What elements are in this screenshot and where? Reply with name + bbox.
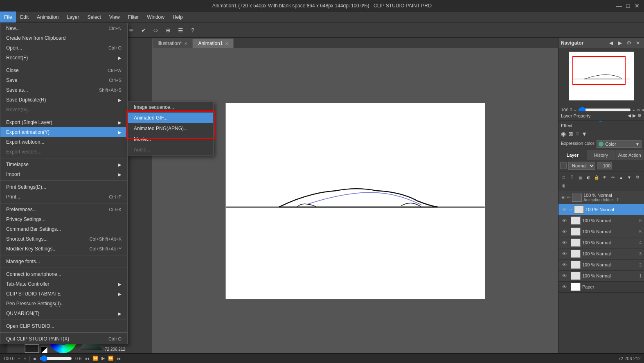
nav-btn-2[interactable]: ▶ bbox=[616, 39, 624, 47]
fm-save-duplicate[interactable]: Save Duplicate(R) ▶ bbox=[0, 95, 127, 105]
status-play-back[interactable]: ⏮ bbox=[85, 356, 89, 361]
color-reset-icon[interactable] bbox=[41, 347, 47, 353]
nav-close[interactable]: ✕ bbox=[634, 39, 642, 47]
tool-btn-11[interactable]: ✔ bbox=[138, 25, 149, 36]
menu-window[interactable]: Window bbox=[143, 11, 169, 23]
layer-group-header[interactable]: 👁 ✏ 100 % Normal Animation folder : 7 bbox=[558, 191, 644, 204]
window-controls[interactable]: — □ ✕ bbox=[615, 2, 641, 9]
li-new-layer[interactable]: □ bbox=[560, 174, 567, 181]
tool-btn-13[interactable]: ⊕ bbox=[162, 25, 174, 36]
layer-prop-btn-2[interactable]: ▶ bbox=[633, 113, 636, 118]
eye-icon-group[interactable]: 👁 bbox=[561, 195, 565, 200]
menu-view[interactable]: View bbox=[105, 11, 124, 23]
effect-icon-2[interactable]: ⊠ bbox=[568, 131, 573, 137]
menu-layer[interactable]: Layer bbox=[63, 11, 83, 23]
layer-row-paper[interactable]: 👁 Paper bbox=[558, 282, 644, 293]
fm-import[interactable]: Import ▶ bbox=[0, 169, 127, 179]
tab-close-illustration[interactable]: ✕ bbox=[184, 41, 187, 46]
menu-select[interactable]: Select bbox=[83, 11, 105, 23]
tool-btn-15[interactable]: ? bbox=[187, 25, 198, 36]
fm-save[interactable]: Save Ctrl+S bbox=[0, 75, 127, 85]
fm-close[interactable]: Close Ctrl+W bbox=[0, 65, 127, 75]
fm-save-as[interactable]: Save as... Shift+Alt+S bbox=[0, 85, 127, 95]
layer-tab-auto-action[interactable]: Auto Action bbox=[615, 150, 644, 160]
fm-recent[interactable]: Recent(F) ▶ bbox=[0, 53, 127, 63]
fm-export-webtoon[interactable]: Export webtoon... bbox=[0, 137, 127, 147]
fm-preferences[interactable]: Preferences... Ctrl+K bbox=[0, 205, 127, 214]
li-T[interactable]: T bbox=[568, 174, 576, 181]
status-play-prev[interactable]: ⏪ bbox=[92, 356, 98, 361]
esm-animated-png[interactable]: Animated PNG(APNG)... bbox=[128, 123, 213, 134]
fm-quit[interactable]: Quit CLIP STUDIO PAINT(X) Ctrl+Q bbox=[0, 334, 127, 344]
fm-print-settings[interactable]: Print Settings(D)... bbox=[0, 182, 127, 192]
layer-tab-history[interactable]: History bbox=[587, 150, 616, 160]
layer-row-7[interactable]: 👁 ✏ 100 % Normal 7 bbox=[558, 204, 644, 215]
menu-filter[interactable]: Filter bbox=[124, 11, 143, 23]
esm-movie[interactable]: Movie... bbox=[128, 134, 213, 144]
fm-print[interactable]: Print... Ctrl+P bbox=[0, 192, 127, 202]
eye-2[interactable]: 👁 bbox=[561, 262, 567, 268]
canvas-scroll[interactable] bbox=[152, 48, 558, 353]
tab-illustration[interactable]: Illustration* ✕ bbox=[152, 38, 193, 48]
li-mask[interactable]: ◐ bbox=[585, 174, 592, 181]
effect-icon-dropdown[interactable]: ▼ bbox=[581, 131, 587, 137]
esm-animated-gif[interactable]: Animated GIF... bbox=[128, 113, 213, 123]
opacity-input[interactable] bbox=[597, 162, 612, 169]
layer-row-5[interactable]: 👁 100 % Normal 5 bbox=[558, 226, 644, 237]
fm-privacy-settings[interactable]: Privacy Settings... bbox=[0, 214, 127, 224]
fm-tab-mate[interactable]: Tab-Mate Controller ▶ bbox=[0, 279, 127, 289]
tool-btn-12[interactable]: ⬄ bbox=[150, 25, 162, 36]
eye-6[interactable]: 👁 bbox=[561, 217, 567, 224]
layer-row-4[interactable]: 👁 100 % Normal 4 bbox=[558, 237, 644, 248]
eye-4[interactable]: 👁 bbox=[561, 239, 567, 246]
minimize-button[interactable]: — bbox=[615, 2, 623, 9]
fm-command-bar[interactable]: Command Bar Settings... bbox=[0, 224, 127, 234]
expression-color-dropdown[interactable]: Color ▼ bbox=[597, 140, 642, 148]
eye-paper[interactable]: 👁 bbox=[561, 284, 567, 290]
li-pencil[interactable]: ✏ bbox=[609, 174, 617, 181]
fm-pen-pressure[interactable]: Pen Pressure Settings(J)... bbox=[0, 299, 127, 309]
status-play-end[interactable]: ⏭ bbox=[117, 356, 122, 361]
layer-row-2[interactable]: 👁 100 % Normal 2 bbox=[558, 259, 644, 271]
layer-row-3[interactable]: 👁 100 % Normal 3 bbox=[558, 248, 644, 259]
menu-animation[interactable]: Animation bbox=[33, 11, 63, 23]
fm-export-single[interactable]: Export (Single Layer) ▶ bbox=[0, 117, 127, 127]
li-lock[interactable]: 🔒 bbox=[593, 174, 600, 181]
li-move-down[interactable]: ▼ bbox=[626, 174, 633, 181]
layer-prop-gear[interactable]: ⚙ bbox=[637, 113, 642, 118]
menu-edit[interactable]: Edit bbox=[16, 11, 33, 23]
maximize-button[interactable]: □ bbox=[624, 2, 632, 9]
status-play-btn[interactable]: ▶ bbox=[101, 356, 105, 361]
fm-shortcut-settings[interactable]: Shortcut Settings... Ctrl+Shift+Alt+K bbox=[0, 234, 127, 244]
fm-open-clip-studio[interactable]: Open CLIP STUDIO... bbox=[0, 321, 127, 331]
layer-row-6[interactable]: 👁 100 % Normal 6 bbox=[558, 215, 644, 226]
layer-tab-layer[interactable]: Layer bbox=[558, 150, 587, 160]
fm-new[interactable]: New... Ctrl+N bbox=[0, 23, 127, 33]
eye-3[interactable]: 👁 bbox=[561, 250, 567, 257]
effect-icon-1[interactable]: ◉ bbox=[561, 131, 566, 137]
eye-7[interactable]: 👁 bbox=[561, 206, 567, 213]
layer-prop-btn-1[interactable]: ◀ bbox=[628, 113, 631, 118]
li-copy[interactable]: ⧉ bbox=[634, 174, 641, 181]
tool-btn-14[interactable]: ☰ bbox=[175, 25, 186, 36]
fm-create-clipboard[interactable]: Create New from Clipboard bbox=[0, 33, 127, 43]
fm-timelapse[interactable]: Timelapse ▶ bbox=[0, 160, 127, 169]
fm-export-animation[interactable]: Export animation(Y) ▶ bbox=[0, 127, 127, 137]
eye-5[interactable]: 👁 bbox=[561, 228, 567, 235]
status-zoom-plus[interactable]: + bbox=[24, 356, 26, 361]
fm-open[interactable]: Open... Ctrl+O bbox=[0, 43, 127, 53]
fm-modifier-key[interactable]: Modifier Key Settings... Ctrl+Shift+Alt+… bbox=[0, 244, 127, 254]
status-play-next[interactable]: ⏩ bbox=[108, 356, 114, 361]
status-zoom-minus[interactable]: − bbox=[18, 356, 20, 361]
li-eye[interactable]: 👁 bbox=[601, 174, 608, 181]
fm-connect-smartphone[interactable]: Connect to smartphone... bbox=[0, 269, 127, 279]
li-move-up[interactable]: ▲ bbox=[617, 174, 625, 181]
layer-row-1[interactable]: 👁 100 % Normal 1 bbox=[558, 271, 644, 282]
tab-animation1[interactable]: Animation1 ✕ bbox=[193, 38, 234, 48]
esm-image-sequence[interactable]: Image sequence... bbox=[128, 102, 213, 113]
fm-clip-tabmate[interactable]: CLIP STUDIO TABMATE ▶ bbox=[0, 289, 127, 299]
layer-mode-icon[interactable] bbox=[560, 162, 567, 169]
menu-help[interactable]: Help bbox=[169, 11, 187, 23]
li-group[interactable]: ▤ bbox=[576, 174, 584, 181]
blend-mode-select[interactable]: Normal bbox=[568, 162, 595, 170]
